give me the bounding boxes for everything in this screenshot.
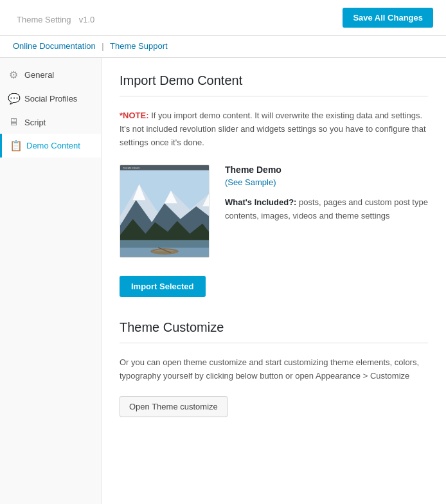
whats-included-label: What's Included?: [225, 197, 296, 207]
sidebar-item-social[interactable]: 💬 Social Profiles [0, 87, 101, 111]
note-label: *NOTE: [120, 111, 149, 120]
main-layout: ⚙ General 💬 Social Profiles 🖥 Script 📋 D… [0, 58, 446, 504]
sidebar-item-general[interactable]: ⚙ General [0, 63, 101, 87]
social-icon: 💬 [8, 93, 19, 105]
demo-whats-included: What's Included?: posts, pages and custo… [225, 196, 428, 223]
customize-divider [120, 343, 428, 343]
svg-text:THEME DEMO: THEME DEMO [123, 166, 140, 170]
import-note: *NOTE: If you import demo content. It wi… [120, 109, 428, 149]
separator: | [102, 41, 103, 51]
sidebar-item-script-label: Script [24, 118, 46, 127]
title-text: Theme Setting [17, 15, 71, 24]
demo-thumbnail: THEME DEMO [120, 165, 210, 258]
customize-description: Or you can open theme customize and star… [120, 356, 428, 383]
demo-icon: 📋 [10, 140, 21, 152]
links-row: Online Documentation | Theme Support [0, 36, 446, 58]
demo-info: Theme Demo (See Sample) What's Included?… [225, 165, 428, 223]
script-icon: 🖥 [8, 116, 19, 128]
page-title: Theme Setting v1.0 [13, 10, 94, 26]
see-sample-link[interactable]: (See Sample) [225, 177, 276, 187]
sidebar-item-script[interactable]: 🖥 Script [0, 111, 101, 134]
theme-support-link[interactable]: Theme Support [110, 41, 168, 51]
save-all-changes-button[interactable]: Save All Changes [343, 8, 433, 28]
demo-card: THEME DEMO Theme Demo (See Sample) What'… [120, 165, 428, 258]
demo-title: Theme Demo [225, 165, 428, 175]
sidebar-item-social-label: Social Profiles [24, 94, 77, 104]
sidebar-item-general-label: General [24, 70, 54, 80]
import-section-title: Import Demo Content [120, 73, 428, 88]
sidebar-item-demo[interactable]: 📋 Demo Content [0, 134, 101, 158]
main-content: Import Demo Content *NOTE: If you import… [102, 58, 446, 504]
version-text: v1.0 [79, 15, 95, 24]
import-selected-button[interactable]: Import Selected [120, 276, 206, 297]
general-icon: ⚙ [8, 69, 19, 81]
sidebar: ⚙ General 💬 Social Profiles 🖥 Script 📋 D… [0, 58, 102, 504]
note-text: If you import demo content. It will over… [120, 111, 426, 147]
import-divider [120, 96, 428, 96]
page-header: Theme Setting v1.0 Save All Changes [0, 0, 446, 36]
demo-link[interactable]: (See Sample) [225, 177, 428, 187]
open-theme-customize-button[interactable]: Open Theme customize [120, 396, 227, 417]
online-documentation-link[interactable]: Online Documentation [13, 41, 96, 51]
sidebar-item-demo-label: Demo Content [26, 141, 80, 150]
customize-section-title: Theme Customize [120, 320, 428, 335]
